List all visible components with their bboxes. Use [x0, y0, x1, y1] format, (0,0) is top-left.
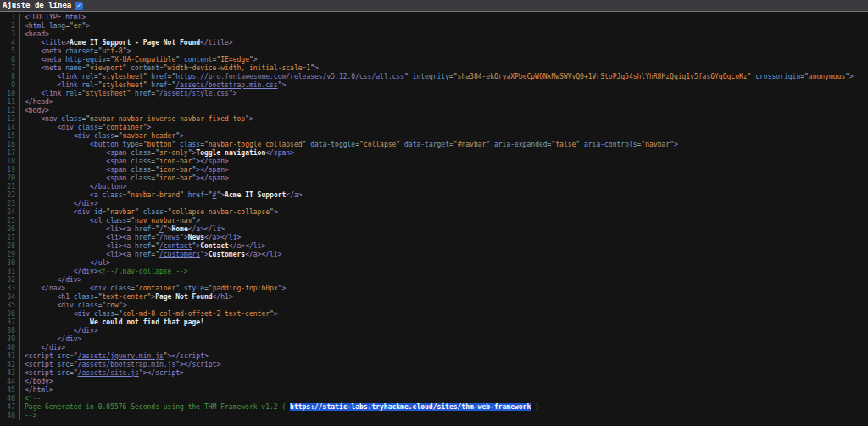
- source-code: <meta name="viewport" content="width=dev…: [25, 64, 319, 73]
- token-tag: <nav: [25, 115, 61, 123]
- token-tag: <meta: [25, 64, 65, 72]
- token-tag: </ul>: [25, 259, 110, 267]
- source-link[interactable]: /assets/style.css: [159, 90, 229, 97]
- token-pln: =": [204, 285, 213, 292]
- source-line: 12<body>: [0, 107, 868, 115]
- line-number: 8: [0, 73, 20, 81]
- source-link[interactable]: /assets/jquery.min.js: [78, 352, 164, 360]
- source-line: 31 </div><!--/.nav-collapse -->: [0, 268, 868, 276]
- token-tag: >: [274, 208, 278, 216]
- token-val: row: [106, 302, 118, 309]
- token-val: navbar: [110, 208, 135, 216]
- source-link[interactable]: https://pro.fontawesome.com/releases/v5.…: [175, 73, 404, 80]
- token-txt: News: [188, 234, 204, 241]
- source-line: 27 <li><a href="/news">News</a></li>: [0, 234, 868, 242]
- token-tag: <span: [25, 166, 131, 174]
- token-tag: >: [196, 217, 200, 224]
- token-attr: class: [110, 285, 131, 292]
- token-tag: </a></li>: [204, 234, 241, 241]
- token-val: icon-bar: [159, 166, 192, 174]
- source-link[interactable]: /assets/site.js: [78, 369, 139, 377]
- source-line: 9 <link rel="stylesheet" href="/assets/b…: [0, 81, 868, 90]
- source-code: <a class="navbar-brand" href="#">Acme IT…: [25, 191, 303, 200]
- source-line: 47Page Generated in 0.05576 Seconds usin…: [0, 403, 868, 412]
- token-pln: ": [396, 141, 404, 148]
- token-pln: =": [81, 64, 90, 72]
- word-wrap-checkbox[interactable]: ✓: [75, 2, 83, 10]
- source-line: 14 <div class="container">: [0, 124, 868, 132]
- token-val: anonymous: [809, 73, 845, 80]
- token-attr: class: [78, 302, 98, 309]
- token-tag: <span: [25, 158, 131, 165]
- source-line: 40 </div>: [0, 344, 868, 352]
- token-txt: Home: [171, 225, 187, 233]
- line-number: 36: [0, 310, 20, 318]
- token-pln: =": [151, 174, 159, 182]
- source-link[interactable]: /customers: [159, 251, 200, 258]
- line-number: 19: [0, 166, 20, 174]
- token-pln: =": [355, 141, 364, 148]
- token-pln: =": [200, 141, 209, 148]
- source-code: <script src="/assets/site.js"></script>: [25, 369, 184, 378]
- source-code: <li><a href="/">Home</a></li>: [25, 225, 225, 234]
- source-link[interactable]: /contact: [159, 242, 192, 250]
- source-line: 13 <nav class="navbar navbar-inverse nav…: [0, 115, 868, 124]
- source-line: 10 <link rel="stylesheet" href="/assets/…: [0, 90, 868, 98]
- token-attr: http-equiv: [65, 56, 106, 64]
- token-attr: href: [135, 234, 151, 241]
- line-number: 40: [0, 344, 20, 352]
- token-cmt: <!--: [25, 395, 41, 402]
- token-txt: Page Not Found: [155, 293, 212, 301]
- source-link[interactable]: /assets/bootstrap.min.js: [78, 361, 176, 368]
- source-line: 20 <span class="icon-bar"></span>: [0, 174, 868, 183]
- line-number: 28: [0, 242, 20, 251]
- source-line: 45</html>: [0, 386, 868, 395]
- line-number: 10: [0, 90, 20, 98]
- token-pln: ": [486, 141, 494, 148]
- line-number: 29: [0, 251, 20, 259]
- source-code: <span class="icon-bar"></span>: [25, 166, 229, 174]
- token-tag: <link: [25, 90, 65, 97]
- token-val: en: [74, 22, 82, 30]
- token-tag: ></span>: [196, 174, 229, 182]
- token-attr: href: [135, 225, 151, 233]
- token-tag: <li><a: [25, 251, 135, 258]
- token-val: navbar-brand: [131, 191, 180, 199]
- token-tag: <title>: [25, 39, 70, 47]
- token-pln: =": [114, 132, 123, 140]
- source-link[interactable]: /news: [159, 234, 180, 241]
- source-code: </div>: [25, 335, 81, 344]
- source-code: </div>: [25, 344, 65, 352]
- line-number: 34: [0, 293, 20, 302]
- source-line: 41<script src="/assets/jquery.min.js"></…: [0, 352, 868, 361]
- source-line: 11</head>: [0, 98, 868, 107]
- token-tag: <html: [25, 22, 49, 30]
- line-number: 42: [0, 361, 20, 369]
- token-attr: aria-controls: [584, 141, 637, 148]
- source-line: 28 <li><a href="/contact">Contact</a></l…: [0, 242, 868, 251]
- token-val: false: [555, 141, 576, 148]
- source-code: <body>: [25, 107, 49, 115]
- line-number: 9: [0, 81, 20, 90]
- token-pln: ": [175, 56, 184, 64]
- token-tag: </a></li>: [245, 251, 281, 258]
- source-code: <meta http-equiv="X-UA-Compatible" conte…: [25, 56, 258, 64]
- token-tag: </nav> <div: [25, 285, 110, 292]
- line-number: 44: [0, 378, 20, 386]
- token-pln: ": [143, 81, 152, 89]
- token-tag: </div>: [25, 344, 65, 351]
- line-number: 25: [0, 217, 20, 225]
- source-line: 2<html lang="en">: [0, 22, 868, 30]
- source-code: We could not find that page!: [25, 318, 204, 327]
- source-code: <link rel="stylesheet" href="/assets/boo…: [25, 81, 286, 90]
- token-pln: =": [94, 73, 103, 80]
- token-pln: =": [65, 22, 74, 30]
- line-number: 14: [0, 124, 20, 132]
- line-number: 3: [0, 30, 20, 39]
- token-attr: type: [123, 141, 139, 148]
- token-val: padding-top:60px: [213, 285, 278, 292]
- token-pln: =": [81, 115, 90, 123]
- line-number: 18: [0, 158, 20, 166]
- source-link[interactable]: /assets/bootstrap.min.css: [175, 81, 277, 89]
- source-line: 15 <div class="navbar-header">: [0, 132, 868, 141]
